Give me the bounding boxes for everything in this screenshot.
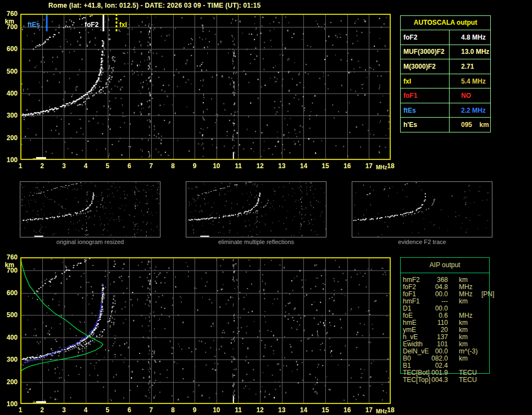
x-tick-label: 9 [193,407,197,413]
x-tick-label: 4 [84,163,88,169]
x-tick-label: 18 [387,407,394,413]
x-tick-label: 14 [300,163,307,169]
x-tick-label: 6 [128,407,131,413]
y-tick-label: 760 [0,10,18,18]
aip-row-unit: km [459,355,477,362]
x-tick-label: 16 [343,163,351,169]
x-tick-label: 1 [19,163,23,169]
x-tick-label: 3 [62,163,66,169]
y-tick-label: 200 [0,135,18,142]
autoscala-row-MUF(3000)F2: MUF(3000)F213.0 MHz [401,45,490,59]
x-tick-label: 13 [278,163,285,169]
aip-row-hmF2: hmF2368km [403,276,496,284]
autoscala-row-label: ftEs [401,103,450,118]
x-tick-label: 7 [149,407,153,413]
autoscala-row-label: foF1 [401,88,450,103]
autoscala-row-value: 095 km [450,118,490,132]
x-tick-label: 1 [19,407,23,413]
x-tick-label: 13 [278,407,285,413]
aip-row-B0: B0082.0km [403,355,496,362]
aip-row-DelN_vE: DelN_vE00.0m^(-3) [403,348,496,355]
y-tick-label: 760 [0,254,18,261]
autoscala-row-label: h'Es [401,118,450,132]
autoscala-row-label: M(3000)F2 [401,59,450,74]
x-tick-label: 8 [171,407,175,413]
y-tick-label: 100 [0,157,18,164]
x-tick-label: 8 [171,163,175,169]
y-tick-label: 100 [0,401,18,408]
x-tick-label: 4 [84,407,88,413]
page-title: Rome (lat: +41.8, lon: 012.5) - DATE: 20… [48,2,261,9]
autoscala-table-rows: foF24.8 MHzMUF(3000)F213.0 MHzM(3000)F22… [401,30,490,132]
marker-label-foF2: foF2 [85,21,98,28]
x-tick-label: 18 [387,163,394,169]
y-tick-label: 400 [0,334,18,341]
top-ionogram-canvas [20,14,391,160]
autoscala-table-title: AUTOSCALA output [401,16,490,30]
autoscala-row-label: foF2 [401,30,450,45]
autoscala-row-value: 2.2 MHz [450,103,490,118]
thumbnail-evidence-f2-trace [352,181,492,237]
thumbnail-caption: evidence F2 trace [352,239,492,245]
autoscala-row-h'Es: h'Es095 km [401,117,490,132]
aip-row-unit: km [459,298,477,305]
y-tick-label: 400 [0,90,18,97]
y-tick-label: 300 [0,356,18,363]
x-tick-label: 15 [322,407,329,413]
x-tick-label: 5 [106,163,109,169]
y-axis-unit-label: km [0,262,18,269]
thumbnail-original-ionogram [20,181,160,237]
x-tick-label: 12 [256,407,263,413]
aip-table-rows: hmF2368kmfoF204.8MHzfoF100.0MHz[PN]hmF1-… [403,276,496,384]
x-tick-label: 2 [40,163,44,169]
thumbnail-eliminate-reflections [186,181,326,237]
x-tick-label: 11 [235,163,242,169]
y-tick-label: 600 [0,290,18,297]
x-tick-label: 2 [40,407,44,413]
autoscala-row-value: 5.4 MHz [450,74,490,88]
autoscala-row-fxI: fxI5.4 MHz [401,74,490,88]
x-tick-label: 14 [300,407,307,413]
thumbnail-caption: eliminate multiple reflections [186,239,326,245]
aip-row-label: TEC[Top] [403,377,430,384]
autoscala-row-foF2: foF24.8 MHz [401,30,490,45]
x-tick-label: 3 [62,407,66,413]
x-tick-label: 7 [149,163,153,169]
x-axis-unit-label: MHz [376,165,387,170]
x-tick-label: 10 [213,163,220,169]
y-tick-label: 200 [0,379,18,386]
y-tick-label: 500 [0,312,18,319]
marker-label-fxI: fxI [119,21,127,28]
aip-row-TEC[Top]: TEC[Top]004.3TECU [403,377,496,384]
autoscala-row-ftEs: ftEs2.2 MHz [401,103,490,118]
aip-row-value: 004.3 [430,377,448,384]
y-axis-unit-label: km [0,18,18,25]
aip-row-hmF1: hmF1---km [403,298,496,305]
x-tick-label: 11 [235,407,242,413]
aip-row-hmE: hmE110km [403,319,496,327]
x-tick-label: 17 [365,163,373,169]
aip-row-foE: foE0.6MHz [403,312,496,319]
y-tick-label: 300 [0,112,18,119]
marker-label-ftEs: ftEs [27,21,40,28]
x-tick-label: 6 [128,163,131,169]
x-tick-label: 9 [193,163,197,169]
autoscala-row-value: NO [450,88,490,103]
autoscala-row-foF1: foF1NO [401,88,490,103]
x-tick-label: 17 [365,407,373,413]
aip-row-extra: [PN] [481,291,494,298]
x-tick-label: 5 [106,407,109,413]
x-tick-label: 10 [213,407,220,413]
autoscala-row-value: 2.71 [450,59,490,74]
autoscala-row-value: 13.0 MHz [450,45,490,59]
x-axis-unit-label: MHz [376,409,387,414]
x-tick-label: 15 [322,163,329,169]
autoscala-row-label: fxI [401,74,450,88]
x-tick-label: 12 [256,163,263,169]
aip-row-D1: D100.0 [403,305,496,312]
thumbnail-caption: original ionogram resized [20,239,160,245]
aip-table-title: AIP output [401,258,489,273]
bottom-profile-canvas [20,257,391,404]
autoscala-output-table: AUTOSCALA output foF24.8 MHzMUF(3000)F21… [400,15,491,132]
autoscala-row-M(3000)F2: M(3000)F22.71 [401,59,490,74]
